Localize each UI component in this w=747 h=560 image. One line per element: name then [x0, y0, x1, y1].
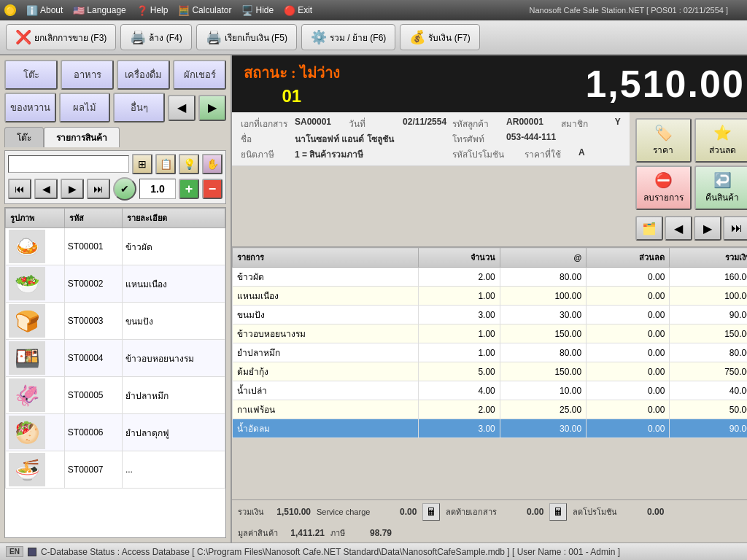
- tab-products[interactable]: รายการสินค้า: [44, 127, 120, 147]
- cat-drinks[interactable]: เครื่องดื่ม: [117, 60, 170, 90]
- status-label: สถานะ : ไม่ว่าง: [244, 61, 340, 85]
- clear-button[interactable]: 🖨️ ล้าง (F4): [120, 24, 191, 50]
- qty-decrease-button[interactable]: −: [202, 179, 222, 199]
- list-item[interactable]: 🥗 ST00002 แหนมเนือง: [6, 265, 225, 303]
- price-type-label: ราคาที่ใช้: [525, 147, 576, 161]
- price-button[interactable]: 🏷️ ราคา: [635, 118, 692, 163]
- quantity-display: 1.0: [139, 179, 176, 199]
- order-item-total: 100.00: [670, 287, 747, 306]
- order-item-discount: 0.00: [587, 362, 670, 381]
- receive-button[interactable]: 💰 รับเงิน (F7): [400, 24, 479, 50]
- action-buttons-section: 🏷️ ราคา ⭐ ส่วนลด ⛔ ลบรายการ ↩️ คืนสินค้า: [630, 112, 747, 246]
- table-row[interactable]: น้ำเปล่า 4.00 10.00 0.00 40.00: [233, 381, 748, 400]
- tax-label: ยนิตภาษี: [241, 147, 292, 161]
- help-menu[interactable]: ❓ Help: [132, 4, 173, 18]
- list-item[interactable]: 🍛 ST00001 ข้าวผัด: [6, 228, 225, 265]
- summary-button[interactable]: ⚙️ รวม / ย้าย (F6): [301, 24, 395, 50]
- tax-value: 1 = สินค้ารวมภาษี: [295, 147, 363, 161]
- clear-icon: 🖨️: [130, 29, 146, 45]
- db-status-text: C-Database Status : Access Database [ C:…: [41, 547, 620, 557]
- record-icon-button[interactable]: 🗂️: [635, 216, 663, 241]
- hide-label: Hide: [255, 5, 274, 15]
- order-item-name: ข้าวผัด: [233, 268, 419, 287]
- list-item[interactable]: 🍜 ST00007 ...: [6, 451, 225, 489]
- hide-menu[interactable]: 🖥️ Hide: [237, 4, 278, 18]
- next-order-button[interactable]: ▶: [694, 216, 721, 241]
- minimize-button[interactable]: 🟡: [4, 4, 16, 16]
- confirm-button[interactable]: ✔: [113, 177, 136, 201]
- date-value: 02/11/2554: [403, 117, 446, 131]
- hand-button[interactable]: ✋: [202, 154, 222, 174]
- last-record-button[interactable]: ⏭: [87, 179, 110, 199]
- search-row: ⊞ 📋 💡 ✋: [8, 154, 222, 174]
- category-buttons-row1: โต๊ะ อาหาร เครื่องดื่ม ผักเชอร์: [4, 60, 226, 90]
- customer-value: AR00001: [506, 117, 543, 131]
- table-row[interactable]: ขนมปัง 3.00 30.00 0.00 90.00: [233, 306, 748, 324]
- table-row[interactable]: ข้าวอบหอยนางรม 1.00 150.00 0.00 150.00: [233, 324, 748, 343]
- customer-row: รหัสลูกค้า AR00001 สมาชิก Y: [452, 117, 621, 131]
- exit-menu[interactable]: 🔴 Exit: [279, 4, 317, 18]
- table-row[interactable]: แหนมเนือง 1.00 100.00 0.00 100.00: [233, 287, 748, 306]
- order-item-name: แหนมเนือง: [233, 287, 419, 306]
- doc-number-value: SA00001: [295, 117, 331, 131]
- cat-food[interactable]: อาหาร: [61, 60, 114, 90]
- table-row[interactable]: น้ำอัดลม 3.00 30.00 0.00 90.00: [233, 419, 748, 438]
- table-row[interactable]: ข้าวผัด 2.00 80.00 0.00 160.00: [233, 268, 748, 287]
- col-image: รูปภาพ: [6, 209, 65, 228]
- tab-table[interactable]: โต๊ะ: [4, 127, 44, 147]
- arrow-left-button[interactable]: ◀: [168, 95, 196, 121]
- window-title: Nanosoft Cafe Sale Station.NET [ POS01 :…: [529, 6, 728, 15]
- language-menu[interactable]: 🇺🇸 Language: [69, 4, 130, 18]
- last-order-button[interactable]: ⏭: [723, 216, 747, 241]
- collect-button[interactable]: 🖨️ เรียกเก็บเงิน (F5): [196, 24, 297, 50]
- order-item-qty: 2.00: [418, 400, 500, 419]
- about-icon: ℹ️: [26, 5, 38, 16]
- discount-icon: ⭐: [713, 124, 732, 141]
- grid-view-button[interactable]: ⊞: [132, 154, 152, 174]
- product-code: ST00006: [64, 414, 122, 451]
- cost-value: 1,411.21: [281, 528, 325, 538]
- calc-button-1[interactable]: 🖩: [422, 503, 440, 521]
- order-item-qty: 1.00: [418, 287, 500, 306]
- discount-button[interactable]: ⭐ ส่วนลด: [694, 118, 747, 163]
- arrow-right-button[interactable]: ▶: [198, 95, 226, 121]
- table-row[interactable]: ยำปลาหมึก 1.00 80.00 0.00 80.00: [233, 343, 748, 362]
- list-item[interactable]: 🍱 ST00004 ข้าวอบหอยนางรม: [6, 340, 225, 377]
- about-menu[interactable]: ℹ️ About: [22, 4, 67, 18]
- order-item-discount: 0.00: [587, 419, 670, 438]
- cat-fruit[interactable]: ผลไม้: [59, 93, 111, 122]
- order-col-item: รายการ: [233, 248, 419, 268]
- calculator-menu[interactable]: 🧮 Calculator: [174, 4, 236, 18]
- calculator-label: Calculator: [192, 5, 231, 15]
- delete-label: ลบรายการ: [643, 190, 684, 204]
- calc-button-2[interactable]: 🖩: [549, 503, 567, 521]
- table-row[interactable]: กาแฟร้อน 2.00 25.00 0.00 50.00: [233, 400, 748, 419]
- customer-label: รหัสลูกค้า: [452, 117, 503, 131]
- list-item[interactable]: 🥙 ST00006 ยำปลาดุกฟู: [6, 414, 225, 451]
- return-button[interactable]: ↩️ คืนสินค้า: [694, 166, 747, 210]
- list-item[interactable]: 🦑 ST00005 ยำปลาหมึก: [6, 377, 225, 414]
- search-input[interactable]: [8, 155, 129, 173]
- list-item[interactable]: 🍞 ST00003 ขนมปัง: [6, 303, 225, 340]
- table-row[interactable]: ต้มยำกุ้ง 5.00 150.00 0.00 750.00: [233, 362, 748, 381]
- prev-order-button[interactable]: ◀: [665, 216, 692, 241]
- delete-button[interactable]: ⛔ ลบรายการ: [635, 166, 692, 210]
- next-record-button[interactable]: ▶: [61, 179, 84, 199]
- cat-other[interactable]: อื่นๆ: [113, 93, 165, 122]
- order-item-qty: 1.00: [418, 343, 500, 362]
- order-table-container: รายการ จำนวน @ ส่วนลด รวมเงิน ข้าวผัด 2.…: [232, 246, 747, 499]
- first-record-button[interactable]: ⏮: [8, 179, 31, 199]
- cancel-sale-button[interactable]: ❌ ยกเลิกการขาย (F3): [6, 24, 116, 50]
- scan-button[interactable]: 📋: [155, 154, 176, 174]
- service-charge-item: Service charge 0.00: [317, 507, 417, 517]
- main-area: โต๊ะ อาหาร เครื่องดื่ม ผักเชอร์ ของหวาน …: [0, 55, 747, 542]
- qty-increase-button[interactable]: +: [179, 179, 199, 199]
- prev-record-button[interactable]: ◀: [34, 179, 58, 199]
- cat-dessert[interactable]: ของหวาน: [4, 93, 56, 122]
- bulb-button[interactable]: 💡: [179, 154, 199, 174]
- name-value: นาโนซอฟท์ แอนด์ โซลูชัน: [295, 132, 394, 146]
- order-item-price: 30.00: [500, 419, 586, 438]
- collect-label: เรียกเก็บเงิน (F5): [225, 31, 287, 44]
- cat-table[interactable]: โต๊ะ: [4, 60, 58, 90]
- cat-veg[interactable]: ผักเชอร์: [173, 60, 226, 90]
